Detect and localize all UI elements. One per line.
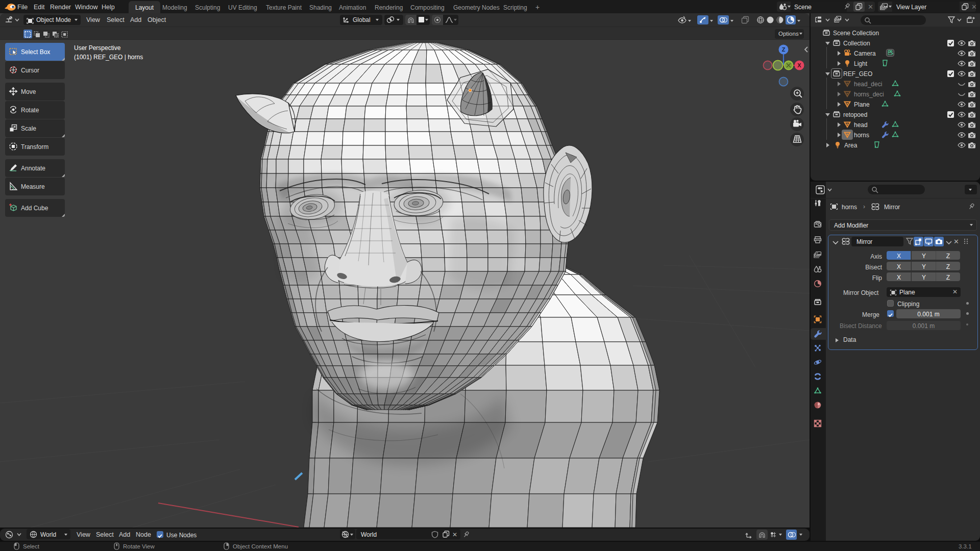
svg-text:X: X (797, 62, 801, 68)
svg-text:Z: Z (782, 46, 786, 53)
